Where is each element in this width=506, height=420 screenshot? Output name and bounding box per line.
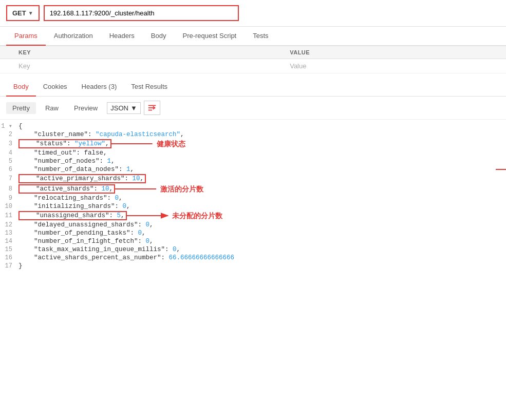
tab-params[interactable]: Params (6, 27, 46, 46)
tab-tests[interactable]: Tests (245, 27, 276, 46)
wrap-icon[interactable] (144, 101, 160, 115)
line-content-11: "unassigned_shards": 5, (18, 211, 506, 220)
key-header: KEY (12, 46, 284, 59)
line-content-6: "number_of_data_nodes": 1, (18, 166, 506, 173)
line-number-1: 1 ▾ (0, 122, 18, 130)
response-tabs: Body Cookies Headers (3) Test Results (0, 78, 506, 97)
line-number-12: 12 (0, 221, 18, 228)
line-number-15: 15 (0, 246, 18, 253)
line-content-15: "task_max_waiting_in_queue_millis": 0, (18, 246, 506, 253)
line-content-3: "status": "yellow", (18, 139, 506, 148)
line-number-16: 16 (0, 254, 18, 261)
line-number-7: 7 (0, 175, 18, 182)
line-number-2: 2 (0, 131, 18, 138)
tab-prerequest[interactable]: Pre-request Script (174, 27, 245, 46)
json-container: 1 ▾{2 "cluster_name": "capuda-elasticsea… (0, 120, 506, 272)
format-bar: Pretty Raw Preview JSON ▼ (0, 97, 506, 120)
response-tab-testresults[interactable]: Test Results (124, 78, 175, 97)
format-pretty-btn[interactable]: Pretty (6, 102, 36, 114)
value-input-cell[interactable]: Value (284, 59, 506, 73)
method-dropdown-arrow: ▼ (28, 10, 33, 16)
params-table: KEY VALUE Key Value (0, 46, 506, 73)
line-content-9: "relocating_shards": 0, (18, 195, 506, 202)
method-label: GET (12, 9, 26, 17)
line-number-3: 3 (0, 140, 18, 147)
line-content-14: "number_of_in_flight_fetch": 0, (18, 238, 506, 245)
line-content-17: } (18, 262, 506, 270)
format-raw-btn[interactable]: Raw (39, 102, 65, 114)
url-input[interactable] (44, 5, 239, 21)
line-content-10: "initializing_shards": 0, (18, 203, 506, 210)
json-viewer: 1 ▾{2 "cluster_name": "capuda-elasticsea… (0, 120, 506, 272)
line-content-16: "active_shards_percent_as_number": 66.66… (18, 254, 506, 261)
response-tab-headers[interactable]: Headers (3) (74, 78, 124, 97)
line-number-6: 6 (0, 166, 18, 173)
line-content-12: "delayed_unassigned_shards": 0, (18, 221, 506, 228)
line-content-4: "timed_out": false, (18, 149, 506, 157)
format-select-arrow: ▼ (130, 104, 137, 112)
request-tabs: Params Authorization Headers Body Pre-re… (0, 27, 506, 46)
tab-body[interactable]: Body (143, 27, 175, 46)
checkbox-col (0, 46, 12, 59)
line-content-13: "number_of_pending_tasks": 0, (18, 230, 506, 237)
line-number-5: 5 (0, 158, 18, 165)
method-button[interactable]: GET ▼ (6, 5, 40, 21)
line-content-1: { (18, 123, 506, 130)
format-preview-btn[interactable]: Preview (68, 102, 104, 114)
line-content-2: "cluster_name": "capuda-elasticsearch", (18, 131, 506, 138)
line-content-5: "number_of_nodes": 1, (18, 158, 506, 165)
top-bar: GET ▼ (0, 0, 506, 27)
format-select[interactable]: JSON ▼ (107, 102, 141, 114)
response-tab-body[interactable]: Body (6, 78, 36, 97)
line-number-4: 4 (0, 149, 18, 157)
line-content-7: "active_primary_shards": 10, (18, 174, 506, 183)
line-number-17: 17 (0, 262, 18, 270)
line-number-9: 9 (0, 195, 18, 202)
line-number-8: 8 (0, 185, 18, 193)
line-number-14: 14 (0, 238, 18, 245)
key-input-cell[interactable]: Key (12, 59, 284, 73)
tab-headers[interactable]: Headers (101, 27, 143, 46)
line-number-10: 10 (0, 203, 18, 210)
tab-authorization[interactable]: Authorization (46, 27, 101, 46)
line-content-8: "active_shards": 10, (18, 184, 506, 194)
response-tab-cookies[interactable]: Cookies (36, 78, 74, 97)
row-checkbox (0, 59, 12, 73)
params-row: Key Value (0, 59, 506, 73)
line-number-13: 13 (0, 230, 18, 237)
line-number-11: 11 (0, 212, 18, 219)
value-header: VALUE (284, 46, 506, 59)
